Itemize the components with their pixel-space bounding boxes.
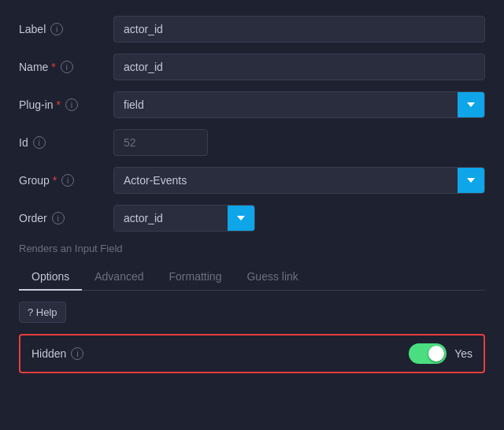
group-select-wrapper: Actor-Events [113, 167, 485, 194]
order-field-label: Order i [19, 212, 113, 224]
label-text: Label [19, 23, 46, 35]
order-chevron-icon [237, 216, 245, 221]
name-info-icon[interactable]: i [61, 61, 73, 73]
name-text: Name * [19, 61, 56, 73]
hidden-label-text: Hidden [32, 347, 66, 360]
label-info-icon[interactable]: i [50, 23, 63, 35]
tabs-bar: Options Advanced Formatting Guess link [19, 264, 485, 291]
group-dropdown-btn[interactable] [458, 168, 484, 193]
label-input[interactable] [113, 16, 485, 43]
hidden-info-icon[interactable]: i [71, 347, 83, 360]
renders-text: Renders an Input Field [19, 243, 485, 254]
name-field-label: Name * i [19, 61, 113, 73]
order-row: Order i actor_id [19, 205, 485, 232]
group-text: Group * [19, 174, 57, 187]
plugin-text: Plug-in * [19, 98, 61, 111]
toggle-area: Yes [409, 343, 472, 364]
toggle-yes-label: Yes [454, 347, 472, 360]
id-info-icon[interactable]: i [33, 136, 46, 149]
hidden-toggle[interactable] [409, 343, 447, 364]
id-row: Id i [19, 129, 485, 156]
order-text: Order [19, 212, 47, 224]
tab-guess-link[interactable]: Guess link [234, 264, 310, 291]
id-text: Id [19, 136, 28, 149]
hidden-label-area: Hidden i [32, 347, 409, 360]
tab-options[interactable]: Options [19, 264, 82, 291]
label-row: Label i [19, 16, 485, 43]
name-input[interactable] [113, 54, 485, 80]
group-chevron-icon [467, 178, 475, 183]
plugin-select-value: field [114, 92, 458, 117]
order-select-value: actor_id [114, 206, 228, 231]
group-row: Group * i Actor-Events [19, 167, 485, 194]
plugin-dropdown-btn[interactable] [458, 92, 484, 117]
order-select[interactable]: actor_id [113, 205, 255, 232]
plugin-info-icon[interactable]: i [65, 98, 78, 111]
tab-formatting[interactable]: Formatting [157, 264, 235, 291]
help-button[interactable]: ? Help [19, 302, 66, 323]
id-field-label: Id i [19, 136, 113, 149]
plugin-select[interactable]: field [113, 91, 485, 118]
label-field-label: Label i [19, 23, 113, 35]
id-input [113, 129, 208, 156]
hidden-row: Hidden i Yes [19, 334, 485, 373]
id-input-wrapper [113, 129, 485, 156]
order-info-icon[interactable]: i [52, 212, 65, 224]
name-input-wrapper [113, 54, 485, 80]
plugin-chevron-icon [467, 102, 475, 107]
group-info-icon[interactable]: i [61, 174, 74, 187]
group-select-value: Actor-Events [114, 168, 458, 193]
name-row: Name * i [19, 54, 485, 80]
plugin-row: Plug-in * i field [19, 91, 485, 118]
order-dropdown-btn[interactable] [228, 206, 254, 231]
plugin-field-label: Plug-in * i [19, 98, 113, 111]
group-select[interactable]: Actor-Events [113, 167, 485, 194]
order-select-wrapper: actor_id [113, 205, 485, 232]
group-field-label: Group * i [19, 174, 113, 187]
tab-advanced[interactable]: Advanced [82, 264, 156, 291]
label-input-wrapper [113, 16, 485, 43]
plugin-select-wrapper: field [113, 91, 485, 118]
